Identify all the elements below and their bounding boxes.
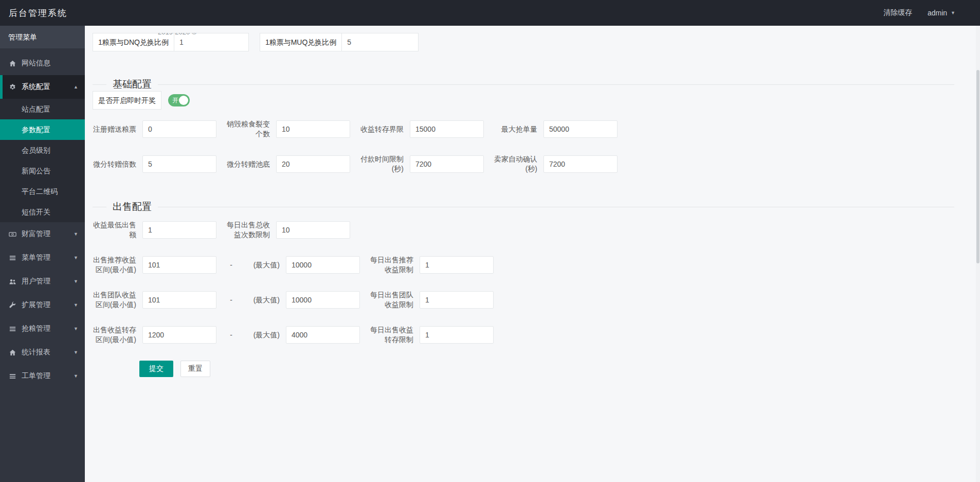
sidebar-item-news[interactable]: 新闻公告 xyxy=(0,160,85,181)
max-grab-input[interactable] xyxy=(543,120,618,138)
form-item: 出售推荐收益区间(最小值) xyxy=(93,255,216,275)
field-label: 销毁粮食裂变个数 xyxy=(226,119,270,139)
wrench-icon xyxy=(8,301,16,309)
transfer-max-input[interactable] xyxy=(286,326,360,344)
min-sell-amount-input[interactable] xyxy=(142,221,216,239)
recommend-max-input[interactable] xyxy=(286,256,360,274)
micro-gift-multiple-input[interactable] xyxy=(142,155,216,173)
team-min-input[interactable] xyxy=(142,291,216,309)
team-max-input[interactable] xyxy=(286,291,360,309)
form-item: 付款时间限制(秒) xyxy=(360,154,484,174)
field-label: 每日出售团队收益限制 xyxy=(370,290,413,310)
form-item: 每日出售推荐收益限制 xyxy=(370,255,494,275)
topbar-actions: 清除缓存 admin ▼ xyxy=(883,8,980,17)
recommend-min-input[interactable] xyxy=(142,256,216,274)
daily-recommend-limit-input[interactable] xyxy=(420,256,494,274)
field-label: 出售推荐收益区间(最小值) xyxy=(93,255,136,275)
clipped-copyright-text: 2019-2020 © xyxy=(158,33,196,38)
daily-sell-count-limit-input[interactable] xyxy=(276,221,350,239)
transfer-min-input[interactable] xyxy=(142,326,216,344)
sidebar-item-param-config[interactable]: 参数配置 xyxy=(0,119,85,140)
daily-transfer-limit-input[interactable] xyxy=(420,326,494,344)
param-config-form: 2019-2020 © 1粮票与DNQ兑换比例 1粮票与MUQ兑换比例 基础配置… xyxy=(85,33,980,377)
field-label: 收益转存界限 xyxy=(360,124,404,134)
sidebar-item-website-info[interactable]: 网站信息 xyxy=(0,51,85,75)
basic-config-title: 基础配置 xyxy=(113,78,152,91)
sidebar-item-sms-switch[interactable]: 短信开关 xyxy=(0,202,85,222)
caret-up-icon: ▲ xyxy=(74,85,78,90)
app-title: 后台管理系统 xyxy=(9,7,67,19)
field-label: 注册赠送粮票 xyxy=(93,124,136,134)
submit-button[interactable]: 提交 xyxy=(139,361,173,377)
caret-down-icon: ▼ xyxy=(74,350,78,355)
sidebar-item-label: 系统配置 xyxy=(22,82,50,92)
sidebar-item-platform-qrcode[interactable]: 平台二维码 xyxy=(0,181,85,202)
form-item: 出售团队收益区间(最小值) xyxy=(93,290,216,310)
basic-row-1: 注册赠送粮票 销毁粮食裂变个数 收益转存界限 最大抢单量 xyxy=(93,119,965,139)
muq-exchange-input[interactable] xyxy=(341,33,419,51)
sidebar-item-wealth[interactable]: 财富管理 ▼ xyxy=(0,222,85,246)
field-label: 出售团队收益区间(最小值) xyxy=(93,290,136,310)
gears-icon xyxy=(8,83,16,91)
clear-cache-button[interactable]: 清除缓存 xyxy=(883,8,912,17)
sidebar-item-ticket-mgmt[interactable]: 工单管理 ▼ xyxy=(0,364,85,388)
active-accent-bar xyxy=(0,75,3,99)
register-gift-input[interactable] xyxy=(142,120,216,138)
basic-config-legend: 基础配置 xyxy=(93,78,954,91)
sidebar-item-menu-mgmt[interactable]: 菜单管理 ▼ xyxy=(0,246,85,270)
legend-line xyxy=(93,207,106,207)
caret-down-icon: ▼ xyxy=(74,232,78,237)
form-item: 注册赠送粮票 xyxy=(93,120,216,138)
sidebar: 管理菜单 网站信息 系统配置 ▲ 站点配置 参数配置 会员级别 新闻公告 平台二… xyxy=(0,26,85,482)
muq-exchange-label: 1粮票与MUQ兑换比例 xyxy=(260,33,342,51)
form-item: (最大值) xyxy=(236,256,360,274)
sidebar-item-stats[interactable]: 统计报表 ▼ xyxy=(0,341,85,364)
scrollbar-track[interactable] xyxy=(976,26,980,482)
sidebar-item-ext-mgmt[interactable]: 扩展管理 ▼ xyxy=(0,293,85,317)
list-icon xyxy=(8,372,16,380)
destroy-fission-input[interactable] xyxy=(276,120,350,138)
home-icon xyxy=(8,59,16,67)
sidebar-item-system-config[interactable]: 系统配置 ▲ xyxy=(0,75,85,99)
form-item: (最大值) xyxy=(236,291,360,309)
form-item: 出售收益转存区间(最小值) xyxy=(93,325,216,345)
payment-time-limit-input[interactable] xyxy=(410,155,484,173)
instant-draw-toggle[interactable]: 开 xyxy=(168,94,190,106)
form-item: (最大值) xyxy=(236,326,360,344)
range-separator: - xyxy=(226,296,236,304)
scrollbar-thumb[interactable] xyxy=(976,70,979,263)
sell-config-legend: 出售配置 xyxy=(93,200,954,213)
home-icon xyxy=(8,348,16,356)
caret-down-icon: ▼ xyxy=(74,279,78,284)
sub-item-label: 参数配置 xyxy=(22,126,50,134)
sub-item-label: 站点配置 xyxy=(22,105,50,113)
sidebar-item-member-level[interactable]: 会员级别 xyxy=(0,140,85,160)
money-icon xyxy=(8,230,16,238)
sell-range-row-team: 出售团队收益区间(最小值) - (最大值) 每日出售团队收益限制 xyxy=(93,290,965,310)
field-label: (最大值) xyxy=(236,260,280,270)
sub-item-label: 会员级别 xyxy=(22,146,50,154)
reset-button[interactable]: 重置 xyxy=(180,361,210,377)
income-transfer-limit-input[interactable] xyxy=(410,120,484,138)
sidebar-item-label: 用户管理 xyxy=(22,277,50,286)
form-item: 每日出售总收益次数限制 xyxy=(226,220,350,240)
sidebar-item-label: 工单管理 xyxy=(22,371,50,381)
caret-down-icon: ▼ xyxy=(74,374,78,379)
sidebar-item-user-mgmt[interactable]: 用户管理 ▼ xyxy=(0,270,85,293)
range-separator: - xyxy=(226,261,236,269)
sub-item-label: 新闻公告 xyxy=(22,167,50,175)
sell-config-title: 出售配置 xyxy=(113,200,152,213)
sidebar-item-label: 扩展管理 xyxy=(22,300,50,310)
seller-auto-confirm-input[interactable] xyxy=(543,155,618,173)
user-menu[interactable]: admin ▼ xyxy=(928,9,955,17)
micro-gift-pool-input[interactable] xyxy=(276,155,350,173)
form-item: 每日出售收益转存限制 xyxy=(370,325,494,345)
sidebar-item-site-config[interactable]: 站点配置 xyxy=(0,99,85,119)
sidebar-item-grain-mgmt[interactable]: 抢粮管理 ▼ xyxy=(0,317,85,341)
daily-team-limit-input[interactable] xyxy=(420,291,494,309)
field-label: 微分转赠池底 xyxy=(226,159,270,169)
sell-row-1: 收益最低出售额 每日出售总收益次数限制 xyxy=(93,220,965,240)
field-label: (最大值) xyxy=(236,330,280,340)
sidebar-item-label: 抢粮管理 xyxy=(22,324,50,333)
main-content: 2019-2020 © 1粮票与DNQ兑换比例 1粮票与MUQ兑换比例 基础配置… xyxy=(85,26,980,482)
